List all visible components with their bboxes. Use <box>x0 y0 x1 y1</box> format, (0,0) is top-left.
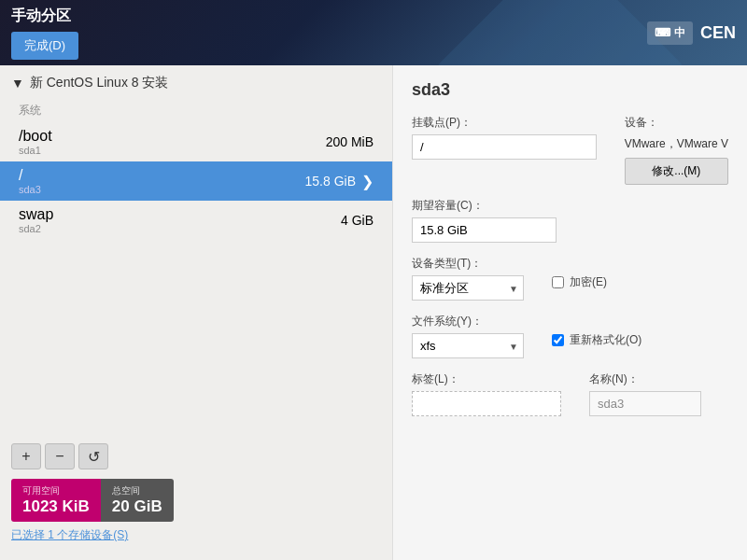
filesystem-select[interactable]: xfs ext4 ext3 ext2 swap <box>412 333 524 358</box>
left-bottom: + − ↺ 可用空间 1023 KiB 总空间 20 GiB 已选择 1 个存储… <box>0 436 392 551</box>
partition-item-root[interactable]: / sda3 15.8 GiB ❯ <box>0 161 392 201</box>
encrypt-group: 加密(E) <box>552 274 607 290</box>
right-panel: sda3 挂载点(P)： 设备： VMware，VMware V 修改...(M… <box>392 65 747 560</box>
mount-point-group: 挂载点(P)： <box>412 115 597 160</box>
storage-device-link[interactable]: 已选择 1 个存储设备(S) <box>11 527 128 543</box>
partition-swap-left: swap sda2 <box>19 206 53 234</box>
available-space-box: 可用空间 1023 KiB <box>11 479 101 522</box>
available-space-value: 1023 KiB <box>22 497 90 516</box>
done-button[interactable]: 完成(D) <box>11 32 78 60</box>
tag-label: 标签(L)： <box>412 371 561 387</box>
filesystem-label: 文件系统(Y)： <box>412 314 524 329</box>
page-title: 手动分区 <box>11 7 78 26</box>
partition-boot-right: 200 MiB <box>326 134 374 149</box>
available-space-label: 可用空间 <box>22 484 90 497</box>
reformat-label[interactable]: 重新格式化(O) <box>570 332 641 348</box>
mount-point-label: 挂载点(P)： <box>412 115 597 131</box>
partition-swap-right: 4 GiB <box>341 213 374 228</box>
header: 手动分区 完成(D) ⌨ 中 CEN <box>0 0 747 65</box>
name-group: 名称(N)： <box>589 371 701 416</box>
form-row-4: 文件系统(Y)： xfs ext4 ext3 ext2 swap ▼ 重新格式化… <box>412 314 728 358</box>
left-panel: ▼ 新 CentOS Linux 8 安装 系统 /boot sda1 200 … <box>0 65 392 560</box>
encrypt-checkbox[interactable] <box>552 276 564 288</box>
partition-root-size: 15.8 GiB <box>305 174 356 189</box>
filesystem-group: 文件系统(Y)： xfs ext4 ext3 ext2 swap ▼ <box>412 314 524 358</box>
device-value: VMware，VMware V <box>625 136 728 152</box>
keyboard-lang: 中 <box>674 25 685 41</box>
right-panel-title: sda3 <box>412 80 728 100</box>
partition-item-boot[interactable]: /boot sda1 200 MiB <box>0 122 392 161</box>
device-type-label: 设备类型(T)： <box>412 256 524 272</box>
total-space-box: 总空间 20 GiB <box>101 479 174 522</box>
partition-boot-size: 200 MiB <box>326 134 374 149</box>
keyboard-symbol: ⌨ <box>655 26 670 39</box>
refresh-button[interactable]: ↺ <box>78 443 108 469</box>
partition-item-swap[interactable]: swap sda2 4 GiB <box>0 201 392 240</box>
capacity-input[interactable] <box>412 217 557 243</box>
reformat-group: 重新格式化(O) <box>552 332 641 348</box>
partition-root-right: 15.8 GiB ❯ <box>305 173 374 190</box>
name-label: 名称(N)： <box>589 371 701 387</box>
main-content: ▼ 新 CentOS Linux 8 安装 系统 /boot sda1 200 … <box>0 65 747 560</box>
header-right: ⌨ 中 CEN <box>647 21 736 45</box>
form-row-2: 期望容量(C)： <box>412 198 728 243</box>
space-info: 可用空间 1023 KiB 总空间 20 GiB <box>11 479 381 522</box>
device-label: 设备： <box>625 115 728 131</box>
device-info: 设备： VMware，VMware V 修改...(M) <box>625 115 728 185</box>
device-type-select[interactable]: 标准分区 LVM BTRFS <box>412 275 524 301</box>
action-buttons: + − ↺ <box>11 443 381 469</box>
partition-swap-size: 4 GiB <box>341 213 374 228</box>
tag-input[interactable] <box>412 391 561 416</box>
section-system-label: 系统 <box>0 99 392 122</box>
partition-boot-dev: sda1 <box>19 145 52 156</box>
keyboard-icon[interactable]: ⌨ 中 <box>647 21 693 45</box>
partition-root-mount: / <box>19 167 41 184</box>
remove-partition-button[interactable]: − <box>45 443 75 469</box>
partition-swap-dev: sda2 <box>19 223 53 234</box>
add-partition-button[interactable]: + <box>11 443 41 469</box>
capacity-group: 期望容量(C)： <box>412 198 557 243</box>
tag-group: 标签(L)： <box>412 371 561 416</box>
name-input[interactable] <box>589 391 701 416</box>
partition-boot-left: /boot sda1 <box>19 128 52 156</box>
partition-root-dev: sda3 <box>19 184 41 195</box>
device-type-select-wrapper: 标准分区 LVM BTRFS ▼ <box>412 275 524 301</box>
partition-swap-mount: swap <box>19 206 53 223</box>
filesystem-select-wrapper: xfs ext4 ext3 ext2 swap ▼ <box>412 333 524 358</box>
install-title-text: 新 CentOS Linux 8 安装 <box>30 75 169 91</box>
partition-list: /boot sda1 200 MiB / sda3 15.8 GiB ❯ <box>0 122 392 436</box>
form-row-1: 挂载点(P)： 设备： VMware，VMware V 修改...(M) <box>412 115 728 185</box>
partition-root-left: / sda3 <box>19 167 41 195</box>
brand-label: CEN <box>700 23 736 43</box>
expand-arrow: ▼ <box>11 76 24 91</box>
total-space-value: 20 GiB <box>112 497 162 516</box>
encrypt-label[interactable]: 加密(E) <box>570 274 607 290</box>
device-type-group: 设备类型(T)： 标准分区 LVM BTRFS ▼ <box>412 256 524 301</box>
header-left: 手动分区 完成(D) <box>11 7 78 60</box>
partition-boot-mount: /boot <box>19 128 52 145</box>
mount-point-input[interactable] <box>412 134 597 160</box>
chevron-right-icon: ❯ <box>361 173 374 190</box>
install-title: ▼ 新 CentOS Linux 8 安装 <box>0 75 392 99</box>
form-row-3: 设备类型(T)： 标准分区 LVM BTRFS ▼ 加密(E) <box>412 256 728 301</box>
form-row-5: 标签(L)： 名称(N)： <box>412 371 728 416</box>
total-space-label: 总空间 <box>112 484 162 497</box>
capacity-label: 期望容量(C)： <box>412 198 557 214</box>
reformat-checkbox[interactable] <box>552 334 564 346</box>
modify-button[interactable]: 修改...(M) <box>625 158 728 185</box>
